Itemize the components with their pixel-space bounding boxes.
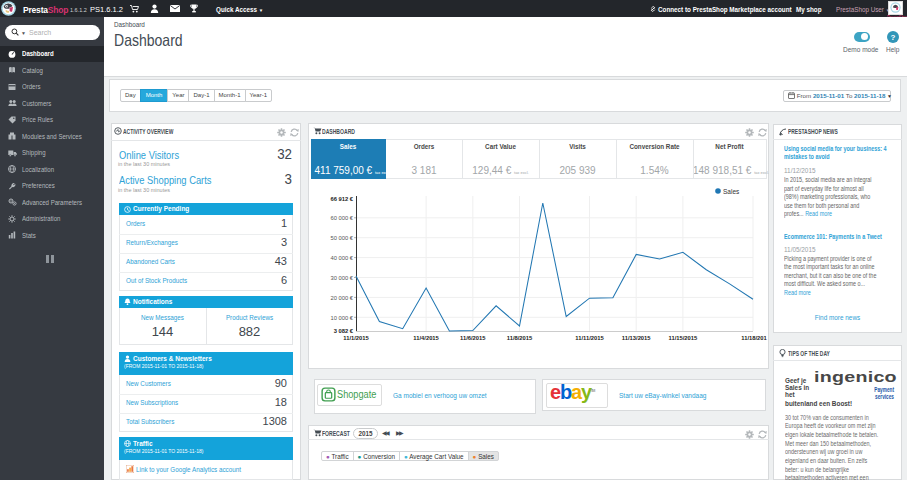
svg-text:11/11/2015: 11/11/2015: [575, 335, 604, 341]
svg-text:11/1/2015: 11/1/2015: [343, 335, 369, 341]
svg-text:10 000 €: 10 000 €: [330, 315, 353, 321]
svg-text:50 000 €: 50 000 €: [330, 235, 353, 241]
svg-text:60 000 €: 60 000 €: [330, 215, 353, 221]
svg-text:30 000 €: 30 000 €: [330, 275, 353, 281]
svg-text:66 912 €: 66 912 €: [330, 196, 353, 202]
svg-text:3 082 €: 3 082 €: [334, 328, 354, 334]
svg-text:11/18/201: 11/18/201: [741, 335, 767, 341]
svg-text:11/13/2015: 11/13/2015: [622, 335, 651, 341]
svg-text:11/15/2015: 11/15/2015: [669, 335, 698, 341]
svg-text:Sales: Sales: [723, 188, 740, 195]
svg-text:40 000 €: 40 000 €: [330, 255, 353, 261]
svg-text:11/4/2015: 11/4/2015: [413, 335, 439, 341]
svg-text:11/8/2015: 11/8/2015: [507, 335, 533, 341]
svg-text:20 000 €: 20 000 €: [330, 295, 353, 301]
svg-text:11/6/2015: 11/6/2015: [460, 335, 486, 341]
